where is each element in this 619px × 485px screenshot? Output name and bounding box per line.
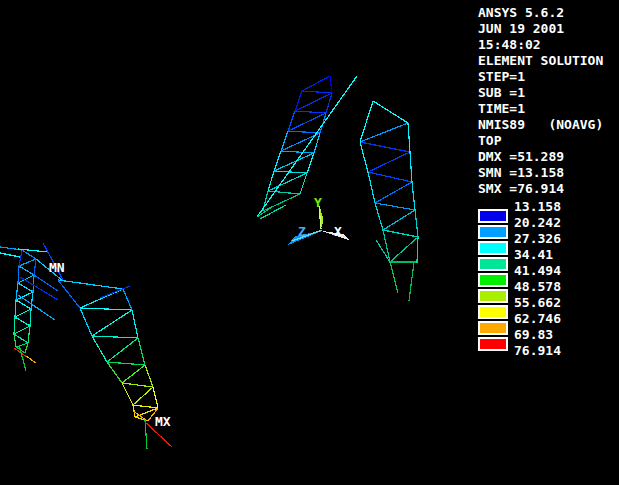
element-edge (19, 345, 26, 371)
legend-swatch-3 (478, 257, 508, 271)
lower-right-ladder-edge (153, 387, 158, 408)
max-node-label: MX (155, 415, 171, 428)
lower-right-ladder-edge (92, 336, 107, 362)
legend-swatch-6 (478, 305, 508, 319)
upper-right-ladder-edge (360, 101, 373, 142)
legend-swatch-7 (478, 321, 508, 335)
y-axis-label: Y (314, 196, 322, 209)
lower-left-coil-edge (18, 275, 34, 283)
legend-value-7: 62.746 (514, 311, 561, 327)
element-edge (20, 277, 58, 300)
lower-left-coil-edge (14, 326, 30, 334)
triad-edge (292, 230, 322, 241)
lower-left-coil-edge (18, 283, 33, 292)
upper-right-ladder-edge (360, 142, 410, 152)
element-edge (409, 262, 414, 301)
legend-value-3: 34.41 (514, 247, 553, 263)
upper-left-coil-edge (295, 111, 326, 113)
ansys-graphics-window: ANSYS 5.6.2JUN 19 200115:48:02ELEMENT SO… (0, 0, 619, 485)
upper-left-coil-edge (281, 151, 314, 153)
info-line-7: NMIS89 (NOAVG) (478, 117, 603, 133)
legend-value-5: 48.578 (514, 279, 561, 295)
lower-left-coil-edge (19, 250, 22, 266)
lower-right-ladder-edge (107, 362, 122, 383)
upper-right-ladder-edge (373, 101, 408, 123)
legend-value-6: 55.662 (514, 295, 561, 311)
lower-right-ladder-edge (58, 280, 80, 308)
element-edge (26, 356, 36, 363)
legend-value-1: 20.242 (514, 215, 561, 231)
legend-swatch-8 (478, 337, 508, 351)
lower-right-ladder-edge (133, 405, 158, 408)
lower-left-coil-edge (16, 283, 18, 300)
info-line-0: ANSYS 5.6.2 (478, 5, 564, 21)
element-edge (34, 275, 58, 291)
upper-left-coil-edge (302, 91, 332, 93)
lower-right-ladder-edge (122, 365, 145, 383)
upper-left-coil-edge (274, 171, 307, 173)
upper-right-ladder-edge (360, 142, 368, 172)
element-edge (145, 420, 147, 449)
lower-left-coil-edge (15, 300, 16, 317)
lower-right-ladder-edge (132, 310, 138, 338)
legend-swatch-5 (478, 289, 508, 303)
upper-right-ladder-edge (368, 152, 410, 172)
lower-left-coil-edge (14, 317, 15, 334)
element-edge (417, 237, 418, 263)
upper-right-ladder-edge (360, 123, 408, 142)
upper-right-ladder-edge (375, 203, 415, 210)
legend-swatch-0 (478, 209, 508, 223)
z-axis-label: Z (298, 225, 306, 238)
info-line-1: JUN 19 2001 (478, 21, 564, 37)
upper-left-coil-edge (302, 76, 330, 91)
legend-swatch-1 (478, 225, 508, 239)
upper-right-ladder-edge (368, 172, 375, 203)
upper-right-ladder-edge (368, 172, 412, 182)
min-node-label: MN (49, 261, 65, 274)
upper-left-coil-edge (288, 131, 320, 133)
lower-left-coil-edge (33, 275, 34, 292)
lower-right-ladder-edge (80, 308, 92, 336)
legend-swatch-2 (478, 241, 508, 255)
lower-left-coil-edge (15, 309, 31, 317)
lower-left-coil-edge (16, 300, 31, 309)
element-edge (390, 262, 398, 293)
upper-right-ladder-edge (383, 210, 415, 230)
x-axis-label: X (334, 225, 342, 238)
lower-left-coil-edge (34, 259, 36, 275)
lower-left-coil-edge (30, 309, 31, 326)
element-edge (257, 207, 272, 217)
element-edge (0, 253, 20, 257)
lower-left-coil-edge (28, 326, 30, 343)
upper-right-ladder-edge (375, 182, 412, 203)
upper-left-coil-edge (268, 191, 300, 194)
lower-left-coil-edge (25, 343, 28, 353)
lower-right-ladder-edge (122, 383, 153, 387)
info-line-9: DMX =51.289 (478, 149, 564, 165)
legend-swatch-4 (478, 273, 508, 287)
lower-left-coil-edge (14, 334, 28, 343)
lower-left-coil-edge (19, 266, 34, 275)
upper-right-ladder-edge (383, 230, 418, 237)
lower-right-ladder-edge (138, 338, 145, 365)
lower-right-ladder-edge (80, 308, 132, 310)
lower-left-coil-edge (22, 250, 36, 259)
element-edge (257, 76, 357, 217)
upper-left-coil-edge (268, 173, 307, 191)
upper-left-coil-edge (330, 76, 332, 93)
lower-right-ladder-edge (107, 338, 138, 362)
info-line-3: ELEMENT SOLUTION (478, 53, 603, 69)
lower-right-ladder-edge (133, 387, 153, 405)
element-edge (18, 295, 55, 320)
upper-right-ladder-edge (375, 203, 383, 230)
upper-right-ladder-edge (408, 123, 410, 152)
lower-left-coil-edge (31, 292, 33, 309)
upper-right-ladder-edge (412, 182, 415, 210)
upper-right-ladder-edge (390, 237, 418, 262)
legend-value-4: 41.494 (514, 263, 561, 279)
lower-left-coil-edge (18, 266, 19, 283)
legend-value-0: 13.158 (514, 199, 561, 215)
info-line-5: SUB =1 (478, 85, 525, 101)
info-line-2: 15:48:02 (478, 37, 541, 53)
info-line-4: STEP=1 (478, 69, 525, 85)
